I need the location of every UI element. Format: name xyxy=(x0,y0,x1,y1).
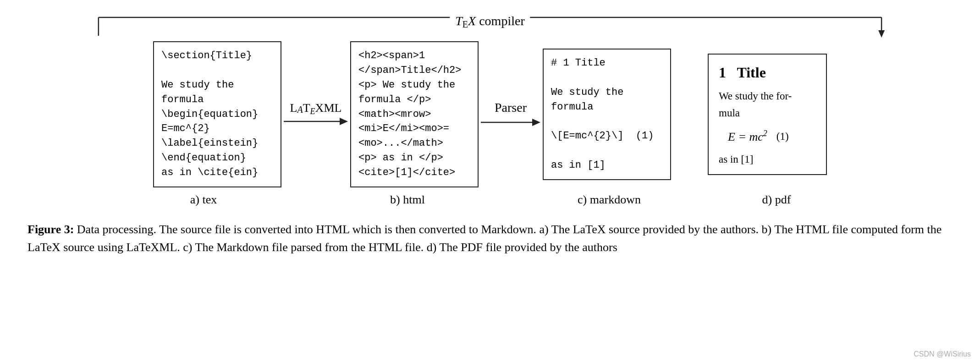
latexml-arrow-svg xyxy=(284,115,348,128)
pdf-title: 1 Title xyxy=(719,61,816,84)
tex-compiler-label: TEX compiler xyxy=(450,14,530,28)
latexml-arrow-container: LATEXML xyxy=(281,101,350,128)
pdf-eq-num: (1) xyxy=(776,128,789,145)
html-box: <h2><span>1 </span>Title</h2> <p> We stu… xyxy=(350,41,479,187)
pdf-equation: E = mc2 xyxy=(728,127,767,146)
watermark: CSDN @WiSirius xyxy=(914,350,971,358)
boxes-row: \section{Title} We study the formula \be… xyxy=(28,41,952,187)
pdf-label: d) pdf xyxy=(762,193,791,207)
diagram-section: TEX compiler \section{Title} We study th… xyxy=(28,14,952,207)
svg-marker-3 xyxy=(878,30,885,38)
html-box-wrapper: <h2><span>1 </span>Title</h2> <p> We stu… xyxy=(350,41,479,187)
pdf-box-wrapper: 1 Title We study the for-mula E = mc2 (1… xyxy=(708,54,827,176)
svg-marker-5 xyxy=(340,118,348,125)
parser-label: Parser xyxy=(495,100,527,115)
pdf-label-container: d) pdf xyxy=(712,193,841,207)
markdown-label: c) markdown xyxy=(578,193,641,207)
pdf-asin: as in [1] xyxy=(719,151,816,168)
html-label: b) html xyxy=(390,193,425,207)
caption-text: Data processing. The source file is conv… xyxy=(28,223,941,254)
pdf-equation-row: E = mc2 (1) xyxy=(728,127,816,146)
tex-label-container: a) tex xyxy=(139,193,268,207)
tex-box-wrapper: \section{Title} We study the formula \be… xyxy=(153,41,281,187)
pdf-body: We study the for-mula xyxy=(719,88,816,122)
caption-bold: Figure 3: xyxy=(28,223,74,236)
markdown-box: # 1 Title We study the formula \[E=mc^{2… xyxy=(543,49,671,180)
labels-row: a) tex b) html c) markdown d) pdf xyxy=(28,193,952,207)
tex-box: \section{Title} We study the formula \be… xyxy=(153,41,281,187)
pdf-box: 1 Title We study the for-mula E = mc2 (1… xyxy=(708,54,827,176)
html-label-container: b) html xyxy=(336,193,479,207)
figure-caption: Figure 3: Data processing. The source fi… xyxy=(28,220,952,256)
parser-arrow-container: Parser xyxy=(479,100,543,129)
markdown-label-container: c) markdown xyxy=(543,193,676,207)
tex-label: a) tex xyxy=(190,193,217,207)
main-container: TEX compiler \section{Title} We study th… xyxy=(0,0,980,270)
latexml-label: LATEXML xyxy=(290,101,342,115)
parser-arrow-svg xyxy=(481,116,540,129)
svg-marker-7 xyxy=(532,119,540,126)
tex-compiler-arrow-container: TEX compiler xyxy=(28,14,952,41)
markdown-box-wrapper: # 1 Title We study the formula \[E=mc^{2… xyxy=(543,49,671,180)
